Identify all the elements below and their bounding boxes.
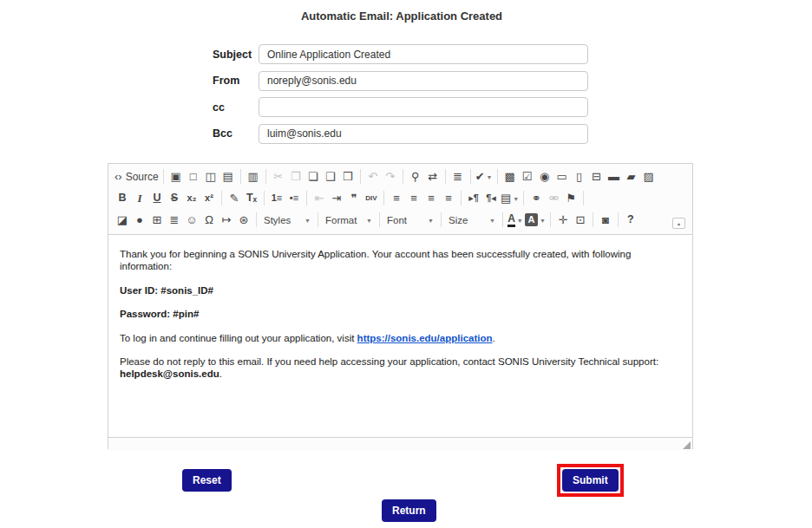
toolbar-separator — [240, 169, 241, 184]
bcc-row: Bcc — [213, 124, 588, 144]
toolbar-separator — [550, 212, 551, 227]
font-dropdown[interactable]: Font▼ — [383, 211, 437, 229]
textarea-icon[interactable]: ▯ — [571, 167, 588, 186]
strikethrough-icon[interactable]: S — [166, 189, 183, 207]
size-dropdown[interactable]: Size▼ — [445, 211, 499, 229]
document-properties-icon[interactable]: ◙ — [597, 211, 614, 229]
preview-icon[interactable]: ◫ — [202, 167, 219, 186]
find-icon[interactable]: ⚲ — [407, 167, 424, 186]
undo-icon: ↶ — [364, 167, 382, 186]
bold-icon[interactable]: B — [114, 189, 131, 207]
print-icon[interactable]: ▤ — [219, 167, 237, 186]
save-icon[interactable]: ▣ — [167, 167, 185, 186]
link-icon[interactable]: ⚭ — [527, 189, 545, 207]
anchor-icon[interactable]: ⚑ — [562, 189, 580, 207]
div-container-icon[interactable]: DIV — [363, 189, 380, 207]
replace-icon[interactable]: ⇄ — [424, 167, 442, 186]
language-icon[interactable]: ▤▼ — [500, 189, 520, 207]
remove-format-icon[interactable]: Tₓ — [243, 189, 260, 207]
copy-formatting-icon[interactable]: ✎ — [226, 189, 243, 207]
underline-icon[interactable]: U — [148, 189, 166, 207]
toolbar-separator — [470, 169, 471, 184]
paste-plain-text-icon[interactable]: ❑ — [322, 167, 339, 186]
styles-dropdown[interactable]: Styles▼ — [260, 211, 314, 229]
select-all-icon[interactable]: ≣ — [449, 167, 467, 186]
submit-highlight-annotation: Submit — [557, 464, 624, 497]
chevron-down-icon: ▼ — [513, 196, 519, 202]
body-login-period: . — [493, 333, 495, 343]
hidden-field-icon[interactable]: ▨ — [640, 167, 658, 186]
maximize-icon[interactable]: ✛ — [554, 211, 572, 229]
select-field-icon[interactable]: ⊟ — [588, 167, 606, 186]
chevron-down-icon: ▼ — [366, 218, 372, 224]
decrease-indent-icon: ⇤ — [311, 189, 328, 207]
radio-button-icon[interactable]: ◉ — [536, 167, 553, 186]
source-button[interactable]: ‹›Source — [114, 167, 160, 186]
align-right-icon[interactable]: ≡ — [422, 189, 440, 207]
chevron-down-icon: ▼ — [487, 174, 493, 180]
return-button[interactable]: Return — [382, 499, 436, 522]
page: { "page": { "title": "Automatic Email: A… — [0, 0, 812, 528]
button-icon[interactable]: ▬ — [606, 167, 623, 186]
toolbar-separator — [264, 191, 265, 205]
editor-toolbar: ‹›Source▣□◫▤▥✂❐❏❑❒↶↷⚲⇄≣✔▼▩☑◉▭▯⊟▬▰▨ BIUSx… — [108, 164, 692, 235]
special-character-icon[interactable]: Ω — [200, 211, 218, 229]
bulleted-list-icon[interactable]: •≡ — [285, 189, 303, 207]
editor-body[interactable]: Thank you for beginning a SONIS Universi… — [108, 235, 692, 437]
smiley-icon[interactable]: ☺ — [183, 211, 200, 229]
toolbar-separator — [256, 212, 257, 227]
image-icon[interactable]: ◪ — [114, 211, 131, 229]
new-page-icon[interactable]: □ — [185, 167, 202, 186]
superscript-icon[interactable]: x² — [200, 189, 218, 207]
toolbar-separator — [221, 191, 222, 205]
align-left-icon[interactable]: ≡ — [388, 189, 405, 207]
toolbar-row-2: BIUSx₂x²✎Tₓ1≡•≡⇤⇥❞DIV≡≡≡≡▸¶¶◂▤▼⚭⚮⚑ — [114, 187, 687, 209]
iframe-icon[interactable]: ⊛ — [235, 211, 252, 229]
form-icon[interactable]: ▩ — [501, 167, 519, 186]
application-link[interactable]: https://sonis.edu/application — [357, 333, 493, 343]
increase-indent-icon[interactable]: ⇥ — [328, 189, 345, 207]
toolbar-separator — [583, 191, 584, 205]
paste-from-word-icon[interactable]: ❒ — [339, 167, 357, 186]
subscript-icon[interactable]: x₂ — [183, 189, 200, 207]
page-title: Automatic Email: Application Created — [0, 10, 803, 23]
toolbar-separator — [403, 169, 403, 184]
background-color-icon[interactable]: A▼ — [524, 211, 547, 229]
toolbar-separator — [265, 169, 266, 184]
text-direction-rtl-icon[interactable]: ¶◂ — [482, 189, 500, 207]
from-input[interactable] — [259, 71, 588, 91]
align-justify-icon[interactable]: ≡ — [440, 189, 457, 207]
format-dropdown[interactable]: Format▼ — [322, 211, 376, 229]
show-blocks-icon[interactable]: ⊡ — [572, 211, 589, 229]
body-login-line: To log in and continue filling out your … — [120, 332, 681, 344]
blockquote-icon[interactable]: ❞ — [345, 189, 363, 207]
subject-input[interactable] — [259, 44, 588, 64]
submit-button[interactable]: Submit — [562, 469, 619, 492]
flash-icon[interactable]: ● — [131, 211, 148, 229]
chevron-down-icon: ▼ — [304, 218, 311, 224]
page-break-icon[interactable]: ↦ — [218, 211, 235, 229]
templates-icon[interactable]: ▥ — [245, 167, 262, 186]
align-center-icon[interactable]: ≡ — [405, 189, 422, 207]
toolbar-separator — [360, 169, 361, 184]
text-color-icon[interactable]: A▼ — [507, 211, 524, 229]
about-icon[interactable]: ? — [622, 211, 639, 229]
image-button-icon[interactable]: ▰ — [623, 167, 640, 186]
body-support-line: Please do not reply to this email. If yo… — [120, 355, 681, 381]
resize-handle-icon[interactable] — [683, 441, 691, 449]
toolbar-row-1: ‹›Source▣□◫▤▥✂❐❏❑❒↶↷⚲⇄≣✔▼▩☑◉▭▯⊟▬▰▨ — [114, 166, 687, 187]
reset-button[interactable]: Reset — [182, 469, 232, 492]
cc-input[interactable] — [259, 97, 588, 117]
bcc-input[interactable] — [259, 124, 588, 144]
paste-icon[interactable]: ❏ — [304, 167, 322, 186]
checkbox-icon[interactable]: ☑ — [519, 167, 536, 186]
toolbar-collapse-button[interactable]: ▴ — [672, 218, 685, 229]
italic-icon[interactable]: I — [131, 189, 148, 207]
body-login-text: To log in and continue filling out your … — [120, 333, 357, 343]
table-icon[interactable]: ⊞ — [148, 211, 166, 229]
text-direction-ltr-icon[interactable]: ▸¶ — [465, 189, 482, 207]
text-field-icon[interactable]: ▭ — [553, 167, 571, 186]
numbered-list-icon[interactable]: 1≡ — [268, 189, 285, 207]
spell-check-icon[interactable]: ✔▼ — [475, 167, 494, 186]
horizontal-rule-icon[interactable]: ≣ — [166, 211, 183, 229]
